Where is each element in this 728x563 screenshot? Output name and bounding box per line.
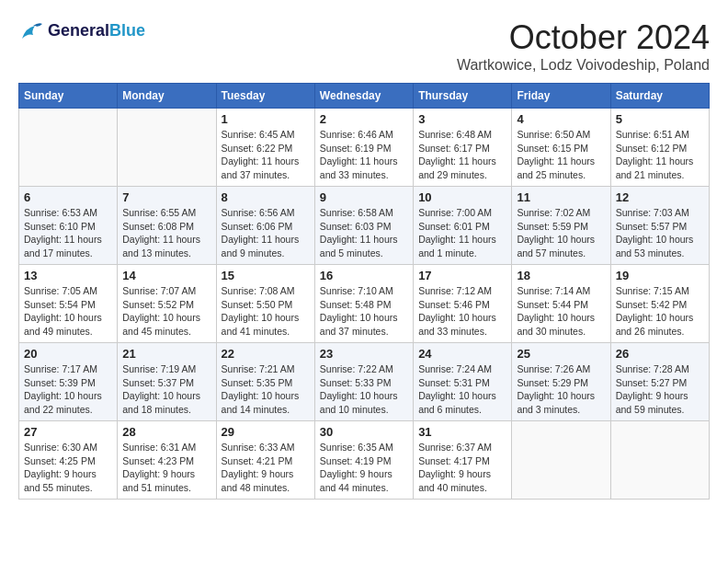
day-number: 13 [24,269,112,282]
calendar-week-row: 1Sunrise: 6:45 AMSunset: 6:22 PMDaylight… [19,109,710,187]
day-number: 21 [122,347,210,361]
day-number: 16 [320,269,408,282]
day-info: Sunrise: 7:19 AMSunset: 5:37 PMDaylight:… [122,362,210,417]
day-info: Sunrise: 7:28 AMSunset: 5:27 PMDaylight:… [616,362,704,417]
day-number: 31 [418,425,506,439]
calendar-week-row: 27Sunrise: 6:30 AMSunset: 4:25 PMDayligh… [19,421,710,500]
day-info: Sunrise: 7:07 AMSunset: 5:52 PMDaylight:… [122,284,210,339]
calendar-cell: 3Sunrise: 6:48 AMSunset: 6:17 PMDaylight… [414,109,512,187]
location-title: Wartkowice, Lodz Voivodeship, Poland [457,57,710,74]
calendar-table: SundayMondayTuesdayWednesdayThursdayFrid… [18,83,710,500]
day-number: 15 [222,269,310,282]
day-number: 27 [24,425,112,439]
title-block: October 2024 Wartkowice, Lodz Voivodeshi… [457,18,710,74]
calendar-cell: 12Sunrise: 7:03 AMSunset: 5:57 PMDayligh… [610,187,709,265]
calendar-cell: 21Sunrise: 7:19 AMSunset: 5:37 PMDayligh… [118,343,216,421]
day-number: 9 [320,190,408,204]
calendar-cell: 26Sunrise: 7:28 AMSunset: 5:27 PMDayligh… [610,343,709,421]
calendar-cell: 8Sunrise: 6:56 AMSunset: 6:06 PMDaylight… [216,187,314,265]
col-header-wednesday: Wednesday [314,84,413,109]
day-info: Sunrise: 6:55 AMSunset: 6:08 PMDaylight:… [122,206,210,260]
calendar-cell: 17Sunrise: 7:12 AMSunset: 5:46 PMDayligh… [414,265,512,343]
col-header-monday: Monday [118,84,216,109]
calendar-cell: 13Sunrise: 7:05 AMSunset: 5:54 PMDayligh… [19,265,118,343]
calendar-cell: 10Sunrise: 7:00 AMSunset: 6:01 PMDayligh… [414,187,512,265]
calendar-cell: 20Sunrise: 7:17 AMSunset: 5:39 PMDayligh… [19,343,118,421]
day-info: Sunrise: 6:33 AMSunset: 4:21 PMDaylight:… [222,441,310,495]
calendar-cell: 23Sunrise: 7:22 AMSunset: 5:33 PMDayligh… [314,343,413,421]
calendar-cell: 30Sunrise: 6:35 AMSunset: 4:19 PMDayligh… [314,421,413,500]
day-number: 4 [517,112,605,126]
calendar-cell: 31Sunrise: 6:37 AMSunset: 4:17 PMDayligh… [414,421,512,500]
calendar-week-row: 6Sunrise: 6:53 AMSunset: 6:10 PMDaylight… [19,187,710,265]
calendar-cell [118,109,216,187]
day-info: Sunrise: 7:26 AMSunset: 5:29 PMDaylight:… [517,362,605,417]
col-header-sunday: Sunday [19,84,118,109]
day-number: 17 [418,269,506,282]
day-number: 20 [24,347,112,361]
day-number: 23 [320,347,408,361]
day-number: 3 [418,112,506,126]
day-info: Sunrise: 7:10 AMSunset: 5:48 PMDaylight:… [320,284,408,339]
day-info: Sunrise: 7:02 AMSunset: 5:59 PMDaylight:… [517,206,605,260]
calendar-cell [610,421,709,500]
page-header: GeneralBlue October 2024 Wartkowice, Lod… [18,18,710,74]
day-number: 29 [222,425,310,439]
day-info: Sunrise: 7:05 AMSunset: 5:54 PMDaylight:… [24,284,112,339]
calendar-cell: 7Sunrise: 6:55 AMSunset: 6:08 PMDaylight… [118,187,216,265]
calendar-cell: 27Sunrise: 6:30 AMSunset: 4:25 PMDayligh… [19,421,118,500]
day-info: Sunrise: 6:48 AMSunset: 6:17 PMDaylight:… [418,128,506,182]
day-info: Sunrise: 6:53 AMSunset: 6:10 PMDaylight:… [24,206,112,260]
calendar-cell: 9Sunrise: 6:58 AMSunset: 6:03 PMDaylight… [314,187,413,265]
day-info: Sunrise: 6:50 AMSunset: 6:15 PMDaylight:… [517,128,605,182]
day-number: 8 [222,190,310,204]
calendar-cell: 1Sunrise: 6:45 AMSunset: 6:22 PMDaylight… [216,109,314,187]
day-info: Sunrise: 7:21 AMSunset: 5:35 PMDaylight:… [222,362,310,417]
day-number: 6 [24,190,112,204]
day-info: Sunrise: 6:30 AMSunset: 4:25 PMDaylight:… [24,441,112,495]
day-info: Sunrise: 7:24 AMSunset: 5:31 PMDaylight:… [418,362,506,417]
col-header-thursday: Thursday [414,84,512,109]
logo-text: GeneralBlue [48,22,145,40]
calendar-cell: 28Sunrise: 6:31 AMSunset: 4:23 PMDayligh… [118,421,216,500]
day-info: Sunrise: 6:31 AMSunset: 4:23 PMDaylight:… [122,441,210,495]
day-info: Sunrise: 7:00 AMSunset: 6:01 PMDaylight:… [418,206,506,260]
day-info: Sunrise: 7:03 AMSunset: 5:57 PMDaylight:… [616,206,704,260]
day-number: 30 [320,425,408,439]
calendar-week-row: 20Sunrise: 7:17 AMSunset: 5:39 PMDayligh… [19,343,710,421]
calendar-cell: 19Sunrise: 7:15 AMSunset: 5:42 PMDayligh… [610,265,709,343]
col-header-tuesday: Tuesday [216,84,314,109]
day-info: Sunrise: 7:22 AMSunset: 5:33 PMDaylight:… [320,362,408,417]
day-info: Sunrise: 7:17 AMSunset: 5:39 PMDaylight:… [24,362,112,417]
day-number: 1 [222,112,310,126]
logo-bird-icon [18,18,44,44]
day-number: 14 [122,269,210,282]
day-number: 19 [616,269,704,282]
calendar-cell: 24Sunrise: 7:24 AMSunset: 5:31 PMDayligh… [414,343,512,421]
day-number: 26 [616,347,704,361]
day-info: Sunrise: 7:14 AMSunset: 5:44 PMDaylight:… [517,284,605,339]
day-info: Sunrise: 7:08 AMSunset: 5:50 PMDaylight:… [222,284,310,339]
day-info: Sunrise: 7:15 AMSunset: 5:42 PMDaylight:… [616,284,704,339]
calendar-cell: 6Sunrise: 6:53 AMSunset: 6:10 PMDaylight… [19,187,118,265]
calendar-cell: 29Sunrise: 6:33 AMSunset: 4:21 PMDayligh… [216,421,314,500]
calendar-header-row: SundayMondayTuesdayWednesdayThursdayFrid… [19,84,710,109]
calendar-cell: 16Sunrise: 7:10 AMSunset: 5:48 PMDayligh… [314,265,413,343]
day-number: 11 [517,190,605,204]
day-number: 25 [517,347,605,361]
calendar-week-row: 13Sunrise: 7:05 AMSunset: 5:54 PMDayligh… [19,265,710,343]
day-number: 2 [320,112,408,126]
calendar-cell [512,421,610,500]
col-header-saturday: Saturday [610,84,709,109]
calendar-cell: 5Sunrise: 6:51 AMSunset: 6:12 PMDaylight… [610,109,709,187]
day-info: Sunrise: 6:35 AMSunset: 4:19 PMDaylight:… [320,441,408,495]
day-number: 18 [517,269,605,282]
day-number: 12 [616,190,704,204]
day-number: 10 [418,190,506,204]
day-info: Sunrise: 6:37 AMSunset: 4:17 PMDaylight:… [418,441,506,495]
day-info: Sunrise: 6:58 AMSunset: 6:03 PMDaylight:… [320,206,408,260]
logo: GeneralBlue [18,18,145,44]
day-number: 24 [418,347,506,361]
month-title: October 2024 [457,18,710,57]
calendar-cell: 4Sunrise: 6:50 AMSunset: 6:15 PMDaylight… [512,109,610,187]
